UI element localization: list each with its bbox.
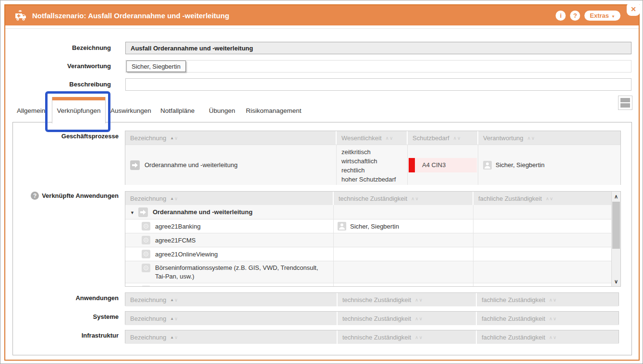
sort-icon xyxy=(549,335,557,340)
layout-toggle-button[interactable] xyxy=(618,96,632,110)
vertical-scrollbar[interactable] xyxy=(611,192,620,286)
column-header-label: Bezeichnung xyxy=(130,134,166,142)
process-arrow-icon xyxy=(138,207,148,217)
column-header-schutzbedarf[interactable]: Schutzbedarf xyxy=(408,131,478,145)
cell-fachliche-zustaendigkeit xyxy=(473,283,611,286)
sort-icon xyxy=(549,316,557,321)
scrollbar-down-button[interactable] xyxy=(612,277,620,286)
infrastruktur-table: Bezeichnung technische Zuständigkeit fac… xyxy=(125,330,619,343)
column-header-bezeichnung[interactable]: Bezeichnung xyxy=(125,192,334,205)
column-header-label: Wesentlichkeit xyxy=(341,134,382,142)
cell-bezeichnung: agree21Banking xyxy=(125,219,334,233)
help-icon: ? xyxy=(573,12,577,19)
column-header-label: technische Zuständigkeit xyxy=(342,296,411,303)
close-icon: ✕ xyxy=(631,5,636,13)
systeme-label: Systeme xyxy=(13,313,119,320)
table-row-partial[interactable] xyxy=(125,283,611,286)
column-header-wesentlichkeit[interactable]: Wesentlichkeit xyxy=(337,131,408,145)
column-header-bezeichnung[interactable]: Bezeichnung xyxy=(125,293,338,306)
column-header-technische-zustaendigkeit[interactable]: technische Zuständigkeit xyxy=(338,330,477,344)
scrollbar-thumb[interactable] xyxy=(612,202,620,249)
column-header-fachliche-zustaendigkeit[interactable]: fachliche Zuständigkeit xyxy=(477,312,619,325)
column-header-bezeichnung[interactable]: Bezeichnung xyxy=(125,312,338,325)
geschaeftsprozesse-label: Geschäftsprozesse xyxy=(13,133,119,140)
cell-schutzbedarf: A4 CIN3 xyxy=(408,145,478,185)
table-row[interactable]: agree21FCMS xyxy=(125,233,611,247)
tab-verknuepfungen-active[interactable]: Verknüpfungen xyxy=(52,97,106,123)
table-row[interactable]: agree21Banking Sicher, Siegbertin xyxy=(125,219,611,233)
column-header-technische-zustaendigkeit[interactable]: technische Zuständigkeit xyxy=(338,293,477,306)
column-header-label: Bezeichnung xyxy=(130,334,166,341)
verknuepfungen-tab-panel: Geschäftsprozesse Bezeichnung Wesentlich… xyxy=(12,122,632,355)
bezeichnung-label: Bezeichnung xyxy=(15,44,111,51)
column-header-label: fachliche Zuständigkeit xyxy=(482,334,545,341)
column-header-label: technische Zuständigkeit xyxy=(342,315,411,322)
tab-auswirkungen[interactable]: Auswirkungen xyxy=(110,107,151,114)
cell-technische-zustaendigkeit xyxy=(334,261,473,283)
column-header-technische-zustaendigkeit[interactable]: technische Zuständigkeit xyxy=(338,312,477,325)
collapse-icon[interactable] xyxy=(130,208,134,216)
cell-bezeichnung xyxy=(125,283,334,286)
cell-fachliche-zustaendigkeit xyxy=(473,247,611,261)
close-button[interactable]: ✕ xyxy=(627,2,640,16)
header-separator xyxy=(5,28,639,29)
verantwortung-field[interactable]: Sicher, Siegbertin xyxy=(125,60,631,73)
tree-parent-row[interactable]: Orderannahme und -weiterleitung xyxy=(125,205,611,219)
cell-technische-zustaendigkeit xyxy=(334,283,473,286)
wesentlichkeit-item: rechtlich xyxy=(341,166,396,175)
section-label-text: Anwendungen xyxy=(75,294,119,302)
technische-zustaendigkeit-value: Sicher, Siegbertin xyxy=(350,223,399,230)
table-row[interactable]: Orderannahme und -weiterleitung zeitkrit… xyxy=(125,145,620,185)
help-button[interactable]: ? xyxy=(570,11,580,21)
application-icon xyxy=(142,250,150,258)
cell-bezeichnung: agree21FCMS xyxy=(125,233,334,247)
verantwortung-value: Sicher, Siegbertin xyxy=(496,161,545,169)
tab-allgemein[interactable]: Allgemein xyxy=(17,107,45,114)
tab-risikomanagement[interactable]: Risikomanagement xyxy=(246,107,302,114)
verknuepfte-anwendungen-label: ? Verknüpfte Anwendungen xyxy=(13,192,119,200)
cell-bezeichnung: Börseninformationssysteme (z.B. GIS, VWD… xyxy=(125,261,334,283)
column-header-fachliche-zustaendigkeit[interactable]: fachliche Zuständigkeit xyxy=(473,192,611,205)
titlebar-actions: i ? Extras xyxy=(556,5,620,25)
info-button[interactable]: i xyxy=(556,11,566,21)
help-icon[interactable]: ? xyxy=(31,192,39,200)
cell-fachliche-zustaendigkeit xyxy=(473,219,611,233)
risk-level-indicator xyxy=(409,158,415,172)
table-header-row: Bezeichnung technische Zuständigkeit fac… xyxy=(125,330,619,344)
verantwortung-label: Verantwortung xyxy=(15,62,111,70)
wesentlichkeit-item: zeitkritisch xyxy=(341,147,396,157)
column-header-bezeichnung[interactable]: Bezeichnung xyxy=(125,131,337,145)
bezeichnung-field[interactable]: Ausfall Orderannahme und -weiterleitung xyxy=(125,42,631,54)
sort-icon xyxy=(453,135,461,141)
cell-fachliche-zustaendigkeit xyxy=(473,233,611,247)
column-header-technische-zustaendigkeit[interactable]: technische Zuständigkeit xyxy=(334,192,473,205)
sort-icon xyxy=(527,135,535,141)
column-header-fachliche-zustaendigkeit[interactable]: fachliche Zuständigkeit xyxy=(477,330,619,344)
sort-icon xyxy=(415,297,423,303)
scrollbar-up-button[interactable] xyxy=(612,192,620,201)
table-row[interactable]: agree21OnlineViewing xyxy=(125,247,611,261)
cell-verantwortung: Sicher, Siegbertin xyxy=(478,145,620,185)
column-header-label: fachliche Zuständigkeit xyxy=(478,195,542,202)
section-label-text: Verknüpfte Anwendungen xyxy=(42,192,119,199)
cell-bezeichnung: Orderannahme und -weiterleitung xyxy=(125,205,334,219)
section-label-text: Infrastruktur xyxy=(82,332,119,339)
list-rows-icon xyxy=(620,103,630,108)
column-header-fachliche-zustaendigkeit[interactable]: fachliche Zuständigkeit xyxy=(477,293,619,306)
column-header-label: technische Zuständigkeit xyxy=(342,334,411,341)
application-name: agree21Banking xyxy=(155,223,201,230)
person-icon xyxy=(483,161,492,170)
beschreibung-field[interactable] xyxy=(125,78,631,91)
column-header-label: fachliche Zuständigkeit xyxy=(482,315,545,322)
geschaeftsprozesse-table: Bezeichnung Wesentlichkeit Schutzbedarf … xyxy=(125,131,621,185)
table-row[interactable]: Börseninformationssysteme (z.B. GIS, VWD… xyxy=(125,261,611,283)
tab-uebungen[interactable]: Übungen xyxy=(209,107,235,114)
column-header-verantwortung[interactable]: Verantwortung xyxy=(478,131,620,145)
verknuepfte-anwendungen-table: Bezeichnung technische Zuständigkeit fac… xyxy=(125,191,621,287)
extras-button[interactable]: Extras xyxy=(584,11,620,21)
column-header-bezeichnung[interactable]: Bezeichnung xyxy=(125,330,338,344)
sort-icon xyxy=(415,335,423,340)
chevron-down-icon xyxy=(611,12,615,19)
tab-notfallplaene[interactable]: Notfallpläne xyxy=(160,107,194,114)
verantwortung-chip[interactable]: Sicher, Siegbertin xyxy=(126,61,186,72)
